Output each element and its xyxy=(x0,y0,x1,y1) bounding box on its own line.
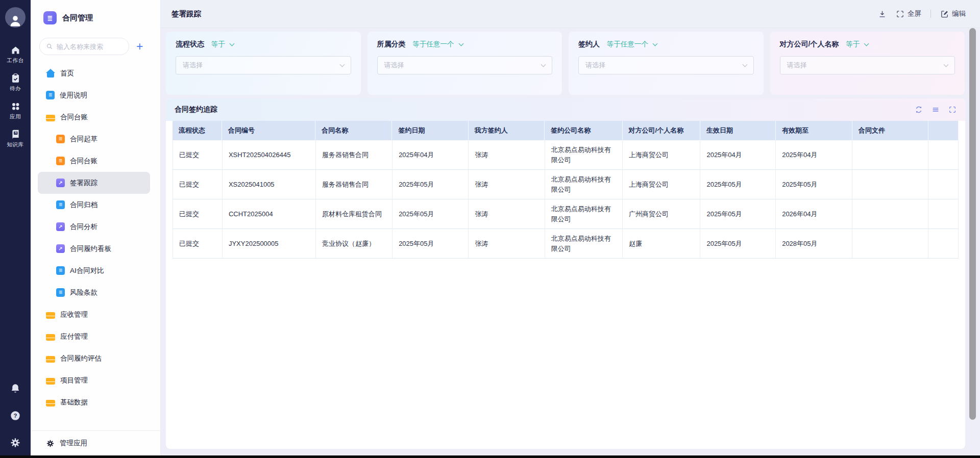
chevron-down-icon[interactable] xyxy=(653,41,658,46)
filter-placeholder: 请选择 xyxy=(384,61,542,70)
svg-text:AI: AI xyxy=(14,132,17,134)
filter-field-label: 流程状态 xyxy=(176,40,204,49)
bottom-bar xyxy=(0,455,980,458)
table-cell: 2025年05月 xyxy=(776,170,852,199)
sidebar-item-1[interactable]: 使用说明 xyxy=(31,84,160,106)
bell-icon[interactable] xyxy=(10,383,21,394)
filter-card-3: 对方公司/个人名称 等于 请选择 xyxy=(770,32,965,95)
card-title: 合同签约追踪 xyxy=(175,105,217,114)
column-header xyxy=(928,121,959,140)
sidebar-item-3[interactable]: 合同起草 xyxy=(31,128,160,150)
filter-select[interactable]: 请选择 xyxy=(578,56,754,74)
sidebar-item-13[interactable]: 合同履约评估 xyxy=(31,347,160,369)
sidebar-item-0[interactable]: 首页 xyxy=(31,62,160,84)
column-header: 我方签约人 xyxy=(469,121,545,140)
sidebar-item-8[interactable]: 合同履约看板 xyxy=(31,238,160,260)
page-title: 签署跟踪 xyxy=(172,9,201,19)
filter-operator[interactable]: 等于任意一个 xyxy=(413,40,454,49)
column-header: 有效期至 xyxy=(776,121,852,140)
list-view-icon[interactable] xyxy=(932,106,940,114)
sidebar-item-4[interactable]: 合同台账 xyxy=(31,150,160,172)
contracts-table: 流程状态合同编号合同名称签约日期我方签约人签约公司名称对方公司/个人名称生效日期… xyxy=(173,121,959,259)
sidebar-item-10[interactable]: 风险条款 xyxy=(31,282,160,303)
vertical-scrollbar[interactable] xyxy=(969,28,976,420)
column-header: 生效日期 xyxy=(700,121,776,140)
table-cell xyxy=(852,140,928,170)
download-button[interactable] xyxy=(878,10,887,18)
chevron-down-icon xyxy=(339,62,345,67)
avatar[interactable] xyxy=(5,7,26,28)
column-header: 签约日期 xyxy=(392,121,468,140)
filter-operator[interactable]: 等于任意一个 xyxy=(607,40,648,49)
filter-operator[interactable]: 等于 xyxy=(846,40,860,49)
sidebar-item-2[interactable]: 合同台账 xyxy=(31,106,160,128)
user-icon xyxy=(8,12,23,28)
rail-item-apps[interactable]: 应用 xyxy=(10,101,21,120)
filter-select[interactable]: 请选择 xyxy=(377,56,553,74)
table-cell: 已提交 xyxy=(173,199,223,229)
filter-operator[interactable]: 等于 xyxy=(211,40,225,49)
column-header: 合同名称 xyxy=(315,121,392,140)
help-icon[interactable]: ? xyxy=(10,410,21,421)
sidebar-footer-manage-apps[interactable]: 管理应用 xyxy=(31,430,160,455)
menu-item-label: 风险条款 xyxy=(70,288,97,297)
table-cell: 张涛 xyxy=(469,229,545,259)
refresh-icon[interactable] xyxy=(915,106,923,114)
add-button[interactable]: + xyxy=(136,41,143,53)
table-cell xyxy=(928,170,959,199)
menu-item-label: 合同履约评估 xyxy=(60,354,102,363)
table-cell xyxy=(852,229,928,259)
main-area: 签署跟踪 全屏 编辑 xyxy=(161,0,980,455)
rail-item-label: 知识库 xyxy=(7,141,24,148)
rail-item-todo[interactable]: 待办 xyxy=(10,73,21,92)
filter-header: 所属分类 等于任意一个 xyxy=(377,40,553,49)
table-row[interactable]: 已提交XS2025041005服务器销售合同2025年05月张涛北京易点易动科技… xyxy=(173,170,959,199)
search-box[interactable] xyxy=(39,38,129,55)
sidebar-item-6[interactable]: 合同归档 xyxy=(31,194,160,216)
fullscreen-button[interactable]: 全屏 xyxy=(896,9,921,18)
todo-icon xyxy=(10,73,21,84)
table-row[interactable]: 已提交XSHT202504026445服务器销售合同2025年04月张涛北京易点… xyxy=(173,140,959,170)
sidebar-item-9[interactable]: AI合同对比 xyxy=(31,260,160,282)
filter-placeholder: 请选择 xyxy=(787,61,945,70)
table-cell: 2025年05月 xyxy=(393,229,469,259)
chevron-down-icon[interactable] xyxy=(458,41,463,46)
menu-item-label: 合同台账 xyxy=(60,113,88,122)
chart-purple-icon xyxy=(56,244,65,253)
chevron-down-icon xyxy=(742,62,747,67)
table-row[interactable]: 已提交CCHT2025004原材料仓库租赁合同2025年05月张涛北京易点易动科… xyxy=(173,199,959,229)
chart-purple-icon xyxy=(56,222,65,231)
settings-gear-icon[interactable] xyxy=(10,437,21,448)
table-cell: 2025年05月 xyxy=(393,170,469,199)
search-input[interactable] xyxy=(57,43,122,50)
filter-field-label: 对方公司/个人名称 xyxy=(780,40,839,49)
sidebar-item-14[interactable]: 项目管理 xyxy=(31,369,160,391)
sidebar-item-11[interactable]: 应收管理 xyxy=(31,303,160,325)
table-cell xyxy=(928,229,959,259)
rail-item-workbench[interactable]: 工作台 xyxy=(7,45,24,64)
sidebar-item-5[interactable]: 签署跟踪 xyxy=(38,172,150,194)
rail-bottom: ? xyxy=(10,383,21,448)
chevron-down-icon[interactable] xyxy=(230,41,235,46)
menu-item-label: 合同归档 xyxy=(70,200,97,210)
menu-item-label: 使用说明 xyxy=(60,91,87,100)
card-header: 合同签约追踪 xyxy=(166,98,965,121)
filter-select[interactable]: 请选择 xyxy=(176,56,351,74)
apps-grid-icon xyxy=(10,101,21,112)
table-cell: 北京易点易动科技有限公司 xyxy=(545,199,623,229)
sidebar-item-12[interactable]: 应付管理 xyxy=(31,325,160,347)
rail-item-knowledge[interactable]: AI 知识库 xyxy=(7,129,24,148)
menu-item-label: 合同履约看板 xyxy=(70,244,111,253)
edit-button[interactable]: 编辑 xyxy=(940,9,966,18)
sidebar-item-7[interactable]: 合同分析 xyxy=(31,216,160,238)
table-row[interactable]: 已提交JYXY202500005竞业协议（赵廉）2025年05月张涛北京易点易动… xyxy=(173,229,959,259)
download-icon xyxy=(878,10,887,18)
chevron-down-icon[interactable] xyxy=(864,41,869,46)
expand-icon[interactable] xyxy=(948,106,957,114)
table-cell: 服务器销售合同 xyxy=(316,140,393,170)
table-cell: 服务器销售合同 xyxy=(316,170,393,199)
filter-select[interactable]: 请选择 xyxy=(780,56,955,74)
table-header-row: 流程状态合同编号合同名称签约日期我方签约人签约公司名称对方公司/个人名称生效日期… xyxy=(173,121,959,140)
sidebar-item-15[interactable]: 基础数据 xyxy=(31,391,160,413)
menu-item-label: 合同分析 xyxy=(70,222,97,232)
